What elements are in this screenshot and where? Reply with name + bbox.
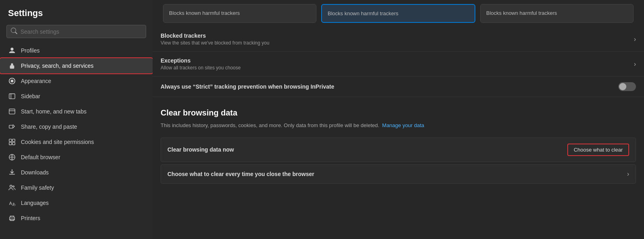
sidebar-item-profiles[interactable]: Profiles (0, 43, 153, 58)
sidebar: Settings Profiles Privacy, search, and s… (0, 0, 153, 239)
svg-rect-3 (9, 94, 15, 99)
sidebar-item-label-family: Family safety (21, 184, 54, 191)
appearance-icon (8, 77, 16, 85)
svg-rect-8 (9, 139, 12, 142)
inprivate-toggle[interactable] (618, 82, 636, 91)
main-content: Blocks known harmful trackers Blocks kno… (153, 0, 644, 239)
browser-icon (8, 153, 16, 161)
svg-point-13 (10, 185, 12, 187)
svg-rect-10 (9, 142, 12, 145)
tracker-card-strict[interactable]: Blocks known harmful trackers (480, 4, 634, 23)
tracker-card-strict-text: Blocks known harmful trackers (486, 10, 628, 16)
lock-icon (8, 62, 16, 70)
clear-browsing-desc: This includes history, passwords, cookie… (161, 122, 636, 130)
tracker-card-basic-text: Blocks known harmful trackers (169, 10, 310, 16)
sidebar-item-appearance[interactable]: Appearance (0, 73, 153, 89)
sidebar-item-label-share: Share, copy and paste (21, 124, 77, 130)
sidebar-item-share[interactable]: Share, copy and paste (0, 119, 153, 134)
svg-rect-11 (12, 142, 15, 145)
exceptions-row[interactable]: Exceptions Allow all trackers on sites y… (153, 52, 644, 77)
sidebar-item-label-languages: Languages (21, 200, 49, 206)
sidebar-item-label-sidebar: Sidebar (21, 93, 40, 99)
clear-everytime-chevron: › (627, 170, 629, 178)
sidebar-item-label-downloads: Downloads (21, 169, 49, 176)
download-icon (8, 168, 16, 176)
sidebar-item-label-defaultbrowser: Default browser (21, 154, 60, 160)
svg-point-14 (13, 186, 14, 188)
blocked-trackers-subtitle: View the sites that we've blocked from t… (161, 40, 269, 46)
sidebar-item-languages[interactable]: Aあ Languages (0, 195, 153, 211)
sidebar-item-label-cookies: Cookies and site permissions (21, 139, 94, 145)
svg-text:あ: あ (12, 202, 16, 206)
clear-everytime-title: Choose what to clear every time you clos… (167, 171, 314, 177)
manage-data-link[interactable]: Manage your data (382, 122, 424, 128)
search-box[interactable] (6, 25, 146, 38)
svg-point-2 (10, 79, 13, 82)
sidebar-item-label-appearance: Appearance (21, 78, 51, 84)
svg-rect-5 (9, 109, 15, 114)
sidebar-item-label-profiles: Profiles (21, 47, 40, 54)
clear-browsing-data-section: Clear browsing data This includes histor… (153, 97, 644, 184)
sidebar-item-printers[interactable]: Printers (0, 211, 153, 226)
search-input[interactable] (20, 28, 142, 35)
blocked-trackers-chevron: › (634, 36, 636, 43)
sidebar-item-label-privacy: Privacy, search, and services (21, 63, 94, 69)
sidebar-item-start[interactable]: Start, home, and new tabs (0, 104, 153, 119)
sidebar-icon (8, 92, 16, 100)
exceptions-chevron: › (634, 61, 636, 68)
tracker-card-basic: Blocks known harmful trackers (163, 4, 316, 23)
cookies-icon (8, 138, 16, 146)
search-icon (11, 28, 17, 35)
sidebar-item-label-start: Start, home, and new tabs (21, 108, 86, 115)
profile-icon (8, 47, 16, 55)
toggle-knob (619, 83, 626, 90)
choose-what-to-clear-button[interactable]: Choose what to clear (567, 144, 629, 156)
clear-browsing-title: Clear browsing data (161, 108, 636, 117)
clear-now-title: Clear browsing data now (167, 146, 234, 153)
language-icon: Aあ (8, 199, 16, 207)
svg-rect-0 (10, 65, 14, 69)
clear-now-row: Clear browsing data now Choose what to c… (161, 138, 636, 162)
share-icon (8, 123, 16, 131)
sidebar-item-downloads[interactable]: Downloads (0, 165, 153, 180)
sidebar-item-sidebar[interactable]: Sidebar (0, 89, 153, 104)
sidebar-item-family[interactable]: Family safety (0, 180, 153, 195)
start-icon (8, 107, 16, 115)
family-icon (8, 184, 16, 192)
blocked-trackers-title: Blocked trackers (161, 32, 269, 39)
clear-everytime-row[interactable]: Choose what to clear every time you clos… (161, 164, 636, 184)
svg-rect-9 (12, 139, 15, 142)
blocked-trackers-row[interactable]: Blocked trackers View the sites that we'… (153, 27, 644, 52)
sidebar-item-defaultbrowser[interactable]: Default browser (0, 150, 153, 165)
tracker-cards-row: Blocks known harmful trackers Blocks kno… (153, 0, 644, 27)
sidebar-item-label-printers: Printers (21, 215, 40, 221)
inprivate-label: Always use “Strict” tracking prevention … (161, 83, 334, 90)
inprivate-row[interactable]: Always use “Strict” tracking prevention … (153, 77, 644, 97)
exceptions-subtitle: Allow all trackers on sites you choose (161, 65, 240, 71)
blocked-trackers-info: Blocked trackers View the sites that we'… (161, 32, 269, 46)
app-title: Settings (0, 4, 153, 25)
exceptions-title: Exceptions (161, 57, 240, 64)
printer-icon (8, 214, 16, 222)
sidebar-item-privacy[interactable]: Privacy, search, and services (0, 58, 153, 73)
exceptions-info: Exceptions Allow all trackers on sites y… (161, 57, 240, 71)
sidebar-item-cookies[interactable]: Cookies and site permissions (0, 134, 153, 150)
svg-rect-7 (9, 125, 13, 128)
tracker-card-balanced-text: Blocks known harmful trackers (328, 10, 469, 16)
tracker-card-balanced[interactable]: Blocks known harmful trackers (321, 4, 475, 23)
